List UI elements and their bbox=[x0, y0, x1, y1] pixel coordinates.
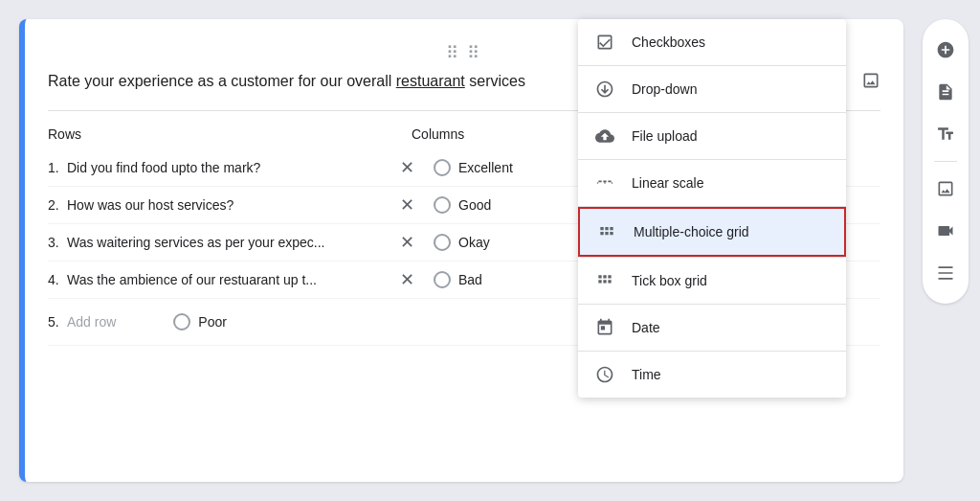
column-option: Good bbox=[434, 196, 529, 214]
column-option: Poor bbox=[173, 313, 269, 330]
import-questions-button[interactable] bbox=[926, 73, 965, 111]
menu-label-dropdown: Drop-down bbox=[632, 81, 831, 97]
menu-item-file-upload[interactable]: File upload bbox=[578, 113, 846, 159]
add-section-button[interactable] bbox=[926, 254, 965, 292]
menu-item-linear-scale[interactable]: Linear scale bbox=[578, 160, 846, 206]
delete-row-button[interactable]: ✕ bbox=[400, 232, 414, 253]
column-label: Excellent bbox=[458, 160, 513, 175]
file-upload-icon bbox=[593, 125, 616, 148]
row-number: 3. bbox=[48, 235, 67, 250]
row-text: Was waitering services as per your expec… bbox=[67, 235, 392, 250]
column-label: Bad bbox=[458, 272, 482, 287]
menu-label-tick-box-grid: Tick box grid bbox=[632, 273, 831, 288]
linear-scale-icon bbox=[593, 171, 616, 194]
dropdown-menu: Checkboxes Drop-down bbox=[578, 19, 846, 398]
delete-row-button[interactable]: ✕ bbox=[400, 157, 414, 178]
dropdown-icon bbox=[593, 78, 616, 101]
row-number: 4. bbox=[48, 272, 67, 287]
column-option: Excellent bbox=[434, 159, 529, 176]
row-text: Did you find food upto the mark? bbox=[67, 160, 392, 175]
column-option: Okay bbox=[434, 234, 529, 251]
right-toolbar bbox=[923, 19, 969, 304]
add-title-button[interactable] bbox=[926, 115, 965, 153]
add-video-button[interactable] bbox=[926, 212, 965, 250]
menu-label-checkboxes: Checkboxes bbox=[632, 34, 831, 50]
date-icon bbox=[593, 316, 616, 339]
add-image-button[interactable] bbox=[861, 71, 880, 95]
menu-label-date: Date bbox=[632, 320, 831, 335]
menu-label-file-upload: File upload bbox=[632, 128, 831, 144]
time-icon bbox=[593, 363, 616, 386]
misspelled-word: restuarant bbox=[396, 73, 465, 89]
menu-item-dropdown[interactable]: Drop-down bbox=[578, 66, 846, 112]
columns-header: Columns bbox=[412, 126, 464, 142]
main-area: ⠿ ⠿ Rate your experience as a customer f… bbox=[0, 0, 923, 501]
checkbox-icon bbox=[593, 31, 616, 54]
column-label: Okay bbox=[458, 235, 490, 250]
radio-circle bbox=[434, 234, 451, 251]
column-option: Bad bbox=[434, 271, 529, 288]
menu-label-time: Time bbox=[632, 367, 831, 382]
column-label: Good bbox=[458, 197, 491, 213]
add-image-toolbar-button[interactable] bbox=[926, 170, 965, 208]
menu-item-date[interactable]: Date bbox=[578, 305, 846, 351]
radio-circle bbox=[434, 271, 451, 288]
row-number: 1. bbox=[48, 160, 67, 175]
menu-item-multiple-choice-grid[interactable]: Multiple-choice grid bbox=[578, 207, 846, 257]
menu-item-checkboxes[interactable]: Checkboxes bbox=[578, 19, 846, 65]
menu-label-linear-scale: Linear scale bbox=[632, 175, 831, 191]
delete-row-button[interactable]: ✕ bbox=[400, 194, 414, 216]
row-text: Was the ambience of our restuarant up t.… bbox=[67, 272, 392, 287]
menu-item-time[interactable]: Time bbox=[578, 352, 846, 398]
menu-label-multiple-choice-grid: Multiple-choice grid bbox=[634, 224, 829, 239]
menu-item-tick-box-grid[interactable]: Tick box grid bbox=[578, 258, 846, 304]
form-card: ⠿ ⠿ Rate your experience as a customer f… bbox=[19, 19, 903, 482]
radio-circle bbox=[173, 313, 190, 330]
delete-row-button[interactable]: ✕ bbox=[400, 269, 414, 290]
radio-circle bbox=[434, 196, 451, 214]
row-number: 2. bbox=[48, 197, 67, 213]
radio-circle bbox=[434, 159, 451, 176]
add-row-button[interactable]: Add row bbox=[67, 307, 116, 337]
row-number: 5. bbox=[48, 314, 67, 330]
multiple-choice-grid-icon bbox=[595, 220, 618, 243]
column-label: Poor bbox=[198, 314, 227, 330]
toolbar-divider bbox=[934, 161, 957, 162]
tick-box-grid-icon bbox=[593, 269, 616, 292]
rows-header: Rows bbox=[48, 126, 412, 142]
row-text: How was our host services? bbox=[67, 197, 392, 213]
add-question-button[interactable] bbox=[926, 31, 965, 69]
